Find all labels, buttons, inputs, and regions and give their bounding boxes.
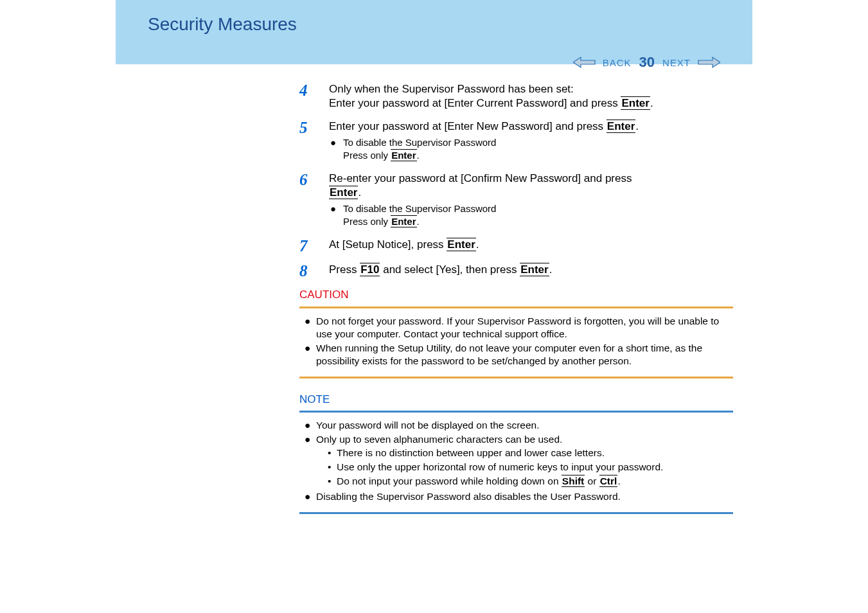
next-arrow-icon[interactable] bbox=[696, 55, 720, 69]
page-number: 30 bbox=[639, 54, 655, 71]
dot-icon: • bbox=[328, 475, 337, 488]
step-number: 6 bbox=[299, 172, 329, 229]
bullet-icon: ● bbox=[329, 136, 343, 161]
step-text: Enter your password at [Enter New Passwo… bbox=[329, 120, 733, 134]
content-body: 4 Only when the Supervisor Password has … bbox=[116, 64, 752, 514]
back-arrow-icon[interactable] bbox=[573, 55, 598, 69]
step-number: 8 bbox=[299, 263, 329, 279]
step-6: 6 Re-enter your password at [Confirm New… bbox=[299, 172, 733, 229]
next-button[interactable]: NEXT bbox=[662, 57, 691, 68]
bullet-icon: ● bbox=[302, 342, 316, 368]
enter-key: Enter bbox=[329, 186, 358, 199]
bullet-icon: ● bbox=[302, 490, 316, 503]
step-number: 7 bbox=[299, 238, 329, 254]
bullet-item: ● To disable the Supervisor Password Pre… bbox=[329, 136, 733, 161]
caution-heading: CAUTION bbox=[299, 288, 733, 302]
bullet-item: ● Your password will not be displayed on… bbox=[302, 419, 731, 432]
sub-bullet-item: •There is no distinction between upper a… bbox=[328, 447, 731, 459]
bullet-item: ● Disabling the Supervisor Password also… bbox=[302, 490, 731, 503]
bullet-icon: ● bbox=[329, 202, 343, 227]
step-body: Only when the Supervisor Password has be… bbox=[329, 82, 733, 111]
step-body: At [Setup Notice], press Enter. bbox=[329, 238, 733, 254]
bullet-item: ● Only up to seven alphanumeric characte… bbox=[302, 433, 731, 489]
dot-icon: • bbox=[328, 447, 337, 459]
step-8: 8 Press F10 and select [Yes], then press… bbox=[299, 263, 733, 279]
sub-bullet-item: •Do not input your password while holdin… bbox=[328, 475, 731, 488]
caution-list: ● Do not forget your password. If your S… bbox=[302, 315, 731, 368]
enter-key: Enter bbox=[391, 215, 416, 227]
step-text: Only when the Supervisor Password has be… bbox=[329, 82, 733, 111]
step-5: 5 Enter your password at [Enter New Pass… bbox=[299, 120, 733, 163]
dot-icon: • bbox=[328, 461, 337, 474]
step-number: 4 bbox=[299, 82, 329, 111]
svg-marker-1 bbox=[698, 57, 720, 67]
step-text: Press F10 and select [Yes], then press E… bbox=[329, 263, 733, 277]
step-text: Re-enter your password at [Confirm New P… bbox=[329, 172, 733, 200]
back-button[interactable]: BACK bbox=[603, 57, 632, 68]
page-title: Security Measures bbox=[148, 14, 752, 35]
shift-key: Shift bbox=[562, 475, 585, 487]
bullet-icon: ● bbox=[302, 419, 316, 432]
step-4: 4 Only when the Supervisor Password has … bbox=[299, 82, 733, 111]
step-7: 7 At [Setup Notice], press Enter. bbox=[299, 238, 733, 254]
step-body: Enter your password at [Enter New Passwo… bbox=[329, 120, 733, 163]
page-container: Security Measures BACK 30 NEXT 4 Only wh… bbox=[0, 0, 868, 514]
note-list: ● Your password will not be displayed on… bbox=[302, 419, 731, 503]
bullet-item: ● To disable the Supervisor Password Pre… bbox=[329, 202, 733, 227]
page-nav: BACK 30 NEXT bbox=[573, 54, 720, 71]
bullet-item: ● Do not forget your password. If your S… bbox=[302, 315, 731, 341]
enter-key: Enter bbox=[447, 238, 475, 251]
note-bottom-rule bbox=[299, 512, 733, 514]
header-band: Security Measures BACK 30 NEXT bbox=[116, 0, 752, 64]
step-body: Press F10 and select [Yes], then press E… bbox=[329, 263, 733, 279]
bullet-icon: ● bbox=[302, 433, 316, 489]
svg-marker-0 bbox=[573, 57, 595, 67]
enter-key: Enter bbox=[607, 120, 635, 133]
step-text: At [Setup Notice], press Enter. bbox=[329, 238, 733, 252]
caution-body: ● Do not forget your password. If your S… bbox=[299, 308, 733, 377]
step-body: Re-enter your password at [Confirm New P… bbox=[329, 172, 733, 229]
enter-key: Enter bbox=[520, 263, 549, 276]
note-body: ● Your password will not be displayed on… bbox=[299, 413, 733, 512]
note-heading: NOTE bbox=[299, 393, 733, 407]
enter-key: Enter bbox=[391, 149, 416, 161]
bullet-icon: ● bbox=[302, 315, 316, 341]
bullet-item: ● When running the Setup Utility, do not… bbox=[302, 342, 731, 368]
caution-bottom-rule bbox=[299, 377, 733, 378]
step-number: 5 bbox=[299, 120, 329, 163]
f10-key: F10 bbox=[360, 263, 380, 276]
ctrl-key: Ctrl bbox=[599, 475, 618, 487]
enter-key: Enter bbox=[621, 96, 650, 110]
note-sublist: •There is no distinction between upper a… bbox=[316, 447, 731, 488]
step-sublist: ● To disable the Supervisor Password Pre… bbox=[329, 202, 733, 227]
sub-bullet-item: •Use only the upper horizontal row of nu… bbox=[328, 461, 731, 474]
step-sublist: ● To disable the Supervisor Password Pre… bbox=[329, 136, 733, 161]
